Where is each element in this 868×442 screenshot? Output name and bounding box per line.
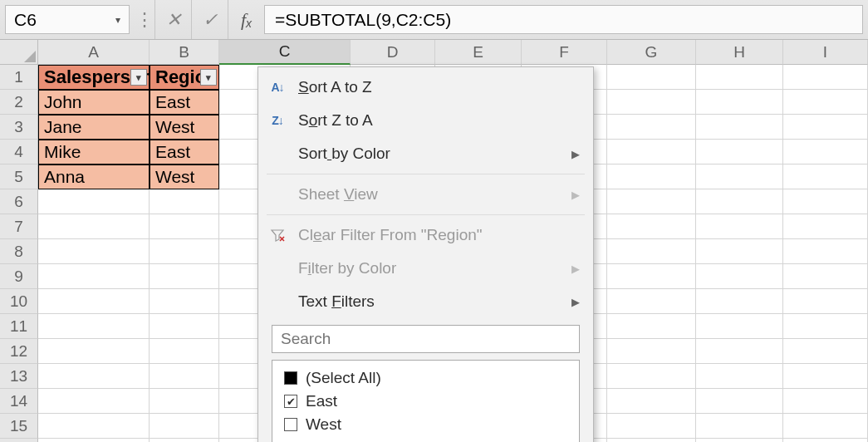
cell-B3[interactable]: West <box>150 115 219 140</box>
cell-G4[interactable] <box>607 140 696 165</box>
filter-button-B[interactable] <box>200 69 217 86</box>
row-header-12[interactable]: 12 <box>0 339 38 364</box>
row-header-4[interactable]: 4 <box>0 140 38 165</box>
cell-B12[interactable] <box>150 339 219 364</box>
cell-A16[interactable] <box>38 439 150 442</box>
cell-A9[interactable] <box>38 264 150 289</box>
cell-G10[interactable] <box>607 289 696 314</box>
select-all-corner[interactable] <box>0 40 38 65</box>
chevron-down-icon[interactable]: ▾ <box>115 14 120 26</box>
row-header-7[interactable]: 7 <box>0 214 38 239</box>
cell-G6[interactable] <box>607 189 696 214</box>
cell-A6[interactable] <box>38 189 150 214</box>
cell-H10[interactable] <box>696 289 783 314</box>
sort-a-to-z[interactable]: A↓ Sort A to Z <box>258 71 593 104</box>
cell-G7[interactable] <box>607 214 696 239</box>
cell-G11[interactable] <box>607 314 696 339</box>
col-header-D[interactable]: D <box>351 40 435 65</box>
sort-by-color[interactable]: Sort by Color ▶ <box>258 137 593 170</box>
cell-A12[interactable] <box>38 339 150 364</box>
cell-A7[interactable] <box>38 214 150 239</box>
cell-I1[interactable] <box>783 65 868 90</box>
cell-A1[interactable]: Salesperson <box>38 65 150 90</box>
cell-H3[interactable] <box>696 115 783 140</box>
cell-G15[interactable] <box>607 414 696 439</box>
row-header-2[interactable]: 2 <box>0 90 38 115</box>
check-east[interactable]: ✔ East <box>284 392 567 410</box>
cell-G2[interactable] <box>607 90 696 115</box>
cell-A13[interactable] <box>38 364 150 389</box>
cell-G3[interactable] <box>607 115 696 140</box>
row-header-3[interactable]: 3 <box>0 115 38 140</box>
cell-I13[interactable] <box>783 364 868 389</box>
cell-H11[interactable] <box>696 314 783 339</box>
cell-I16[interactable] <box>783 439 868 442</box>
cell-G9[interactable] <box>607 264 696 289</box>
cell-B15[interactable] <box>150 414 219 439</box>
row-header-8[interactable]: 8 <box>0 239 38 264</box>
name-box[interactable]: C6 ▾ <box>5 5 130 34</box>
cell-G12[interactable] <box>607 339 696 364</box>
cell-B13[interactable] <box>150 364 219 389</box>
cell-B7[interactable] <box>150 214 219 239</box>
cell-H13[interactable] <box>696 364 783 389</box>
cell-G13[interactable] <box>607 364 696 389</box>
cell-A5[interactable]: Anna <box>38 165 150 189</box>
cell-I3[interactable] <box>783 115 868 140</box>
cell-B2[interactable]: East <box>150 90 219 115</box>
cell-H9[interactable] <box>696 264 783 289</box>
cell-H12[interactable] <box>696 339 783 364</box>
cell-A4[interactable]: Mike <box>38 140 150 165</box>
search-field[interactable] <box>281 330 571 348</box>
customize-handle-icon[interactable]: ⋮ <box>135 0 154 39</box>
cell-A10[interactable] <box>38 289 150 314</box>
cell-H15[interactable] <box>696 414 783 439</box>
cell-I11[interactable] <box>783 314 868 339</box>
col-header-I[interactable]: I <box>783 40 868 65</box>
col-header-G[interactable]: G <box>607 40 696 65</box>
cell-B6[interactable] <box>150 189 219 214</box>
cell-I2[interactable] <box>783 90 868 115</box>
cell-B8[interactable] <box>150 239 219 264</box>
cell-A3[interactable]: Jane <box>38 115 150 140</box>
cell-H1[interactable] <box>696 65 783 90</box>
check-select-all[interactable]: (Select All) <box>284 369 567 387</box>
cell-A15[interactable] <box>38 414 150 439</box>
row-header-6[interactable]: 6 <box>0 189 38 214</box>
cell-H6[interactable] <box>696 189 783 214</box>
cell-B14[interactable] <box>150 389 219 414</box>
cell-I8[interactable] <box>783 239 868 264</box>
cell-A2[interactable]: John <box>38 90 150 115</box>
cell-B5[interactable]: West <box>150 165 219 189</box>
cell-B9[interactable] <box>150 264 219 289</box>
cell-I7[interactable] <box>783 214 868 239</box>
cell-I9[interactable] <box>783 264 868 289</box>
cell-B4[interactable]: East <box>150 140 219 165</box>
cell-G5[interactable] <box>607 165 696 189</box>
cell-B1[interactable]: Region <box>150 65 219 90</box>
row-header-14[interactable]: 14 <box>0 389 38 414</box>
col-header-H[interactable]: H <box>696 40 783 65</box>
formula-input[interactable]: =SUBTOTAL(9,C2:C5) <box>264 5 863 34</box>
cell-B10[interactable] <box>150 289 219 314</box>
col-header-B[interactable]: B <box>150 40 219 65</box>
cell-H5[interactable] <box>696 165 783 189</box>
cell-A8[interactable] <box>38 239 150 264</box>
row-header-16[interactable]: 16 <box>0 439 38 442</box>
cell-A14[interactable] <box>38 389 150 414</box>
cell-H2[interactable] <box>696 90 783 115</box>
text-filters[interactable]: Text Filters ▶ <box>258 285 593 318</box>
cell-I6[interactable] <box>783 189 868 214</box>
row-header-9[interactable]: 9 <box>0 264 38 289</box>
cell-G16[interactable] <box>607 439 696 442</box>
cell-I12[interactable] <box>783 339 868 364</box>
cell-I10[interactable] <box>783 289 868 314</box>
row-header-13[interactable]: 13 <box>0 364 38 389</box>
cell-H8[interactable] <box>696 239 783 264</box>
col-header-E[interactable]: E <box>435 40 522 65</box>
fx-icon[interactable]: fx <box>228 0 264 39</box>
col-header-F[interactable]: F <box>522 40 607 65</box>
col-header-C[interactable]: C <box>219 40 351 65</box>
accept-formula-button[interactable]: ✓ <box>191 0 228 39</box>
cancel-formula-button[interactable]: ✕ <box>154 0 191 39</box>
